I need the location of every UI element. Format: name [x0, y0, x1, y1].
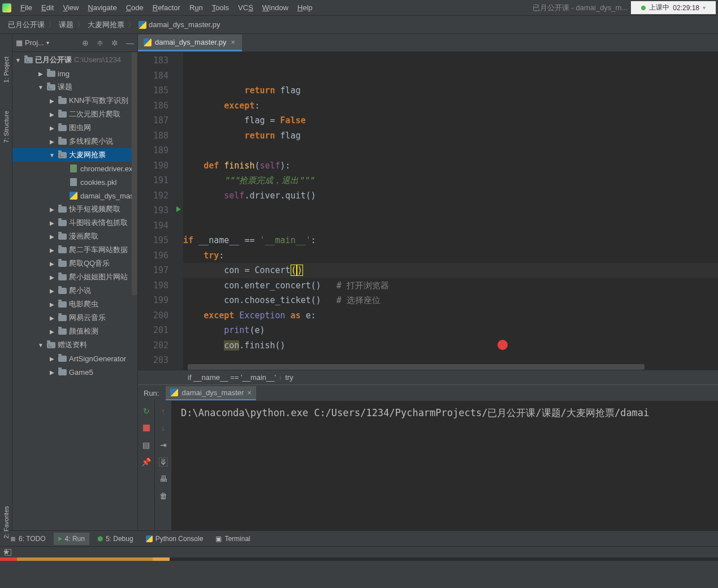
line-number[interactable]: 186: [138, 98, 168, 114]
scroll-icon[interactable]: ⤋: [159, 457, 168, 466]
editor-h-scrollbar[interactable]: [188, 364, 645, 370]
tree-folder[interactable]: ▶多线程爬小说: [12, 135, 137, 148]
code-line[interactable]: [183, 143, 718, 158]
tool-tab-terminal[interactable]: ▣Terminal: [211, 533, 254, 545]
line-number[interactable]: 196: [138, 248, 168, 263]
recording-status-chip[interactable]: 上课中 02:29:18 ▾: [631, 1, 716, 14]
code-line[interactable]: con = Concert(): [183, 263, 718, 278]
tree-folder[interactable]: ▼赠送资料: [12, 338, 137, 352]
line-number[interactable]: 185: [138, 83, 168, 98]
line-number[interactable]: 192: [138, 188, 168, 204]
line-number[interactable]: 199: [138, 293, 168, 308]
editor-tab-active[interactable]: damai_dys_master.py ×: [138, 34, 242, 51]
code-line[interactable]: if __name__ == '__main__':: [183, 233, 718, 248]
tree-arrow-icon[interactable]: ▼: [49, 152, 55, 158]
tree-folder[interactable]: ▼课题: [12, 80, 137, 94]
tree-arrow-icon[interactable]: ▼: [37, 342, 44, 348]
code-line[interactable]: except Exception as e:: [183, 308, 718, 323]
code-editor[interactable]: 1831841851861871881891901911921931941951…: [138, 52, 718, 370]
menu-help[interactable]: Help: [293, 3, 317, 12]
line-number[interactable]: 203: [138, 353, 168, 368]
project-panel-title[interactable]: Proj...: [25, 38, 44, 47]
line-number[interactable]: 191: [138, 173, 168, 188]
tree-folder[interactable]: ▶img: [12, 67, 137, 80]
tree-arrow-icon[interactable]: ▶: [49, 261, 55, 267]
menu-code[interactable]: Code: [122, 3, 148, 12]
print-icon[interactable]: 🖶: [159, 474, 168, 483]
line-number[interactable]: 184: [138, 68, 168, 84]
tree-arrow-icon[interactable]: ▶: [49, 288, 55, 294]
tree-scrollbar[interactable]: [132, 52, 137, 295]
tree-file[interactable]: cookies.pkl: [12, 175, 137, 189]
stop-icon[interactable]: [142, 423, 151, 433]
tree-arrow-icon[interactable]: ▶: [49, 125, 55, 131]
tree-arrow-icon[interactable]: ▶: [49, 301, 55, 308]
line-number[interactable]: 183: [138, 53, 168, 68]
code-line[interactable]: self.driver.quit(): [183, 188, 718, 204]
tree-folder[interactable]: ▶快手短视频爬取: [12, 202, 137, 216]
code-line[interactable]: con.choose_ticket() # 选择座位: [183, 293, 718, 308]
tree-folder[interactable]: ▶爬二手车网站数据: [12, 243, 137, 257]
code-line[interactable]: except:: [183, 98, 718, 114]
code-line[interactable]: def finish(self):: [183, 158, 718, 174]
breadcrumb-item[interactable]: damai_dys_master.py: [136, 20, 222, 29]
tree-folder[interactable]: ▼大麦网抢票: [12, 148, 137, 162]
line-number[interactable]: 200: [138, 308, 168, 323]
tool-tab-project[interactable]: 1: Project: [2, 51, 11, 88]
star-icon[interactable]: ★: [3, 547, 10, 556]
tree-arrow-icon[interactable]: ▶: [49, 369, 55, 375]
code-line[interactable]: con.finish(): [183, 338, 718, 353]
breadcrumb-item[interactable]: 大麦网抢票: [85, 20, 127, 30]
gear-icon[interactable]: ✲: [111, 38, 118, 47]
tree-arrow-icon[interactable]: ▶: [49, 206, 55, 213]
menu-file[interactable]: File: [16, 3, 37, 12]
breadcrumb-item[interactable]: 课题: [57, 20, 76, 30]
console-output[interactable]: D:\Anaconda\python.exe C:/Users/1234/Pyc…: [172, 401, 718, 530]
menu-run[interactable]: Run: [185, 3, 207, 12]
tree-arrow-icon[interactable]: ▶: [49, 220, 55, 226]
line-number[interactable]: 190: [138, 158, 168, 174]
tree-folder[interactable]: ▶爬取QQ音乐: [12, 257, 137, 270]
chevron-down-icon[interactable]: ▾: [46, 40, 49, 46]
run-gutter-icon[interactable]: [176, 206, 181, 212]
minimize-icon[interactable]: —: [126, 38, 134, 47]
tree-arrow-icon[interactable]: ▶: [49, 234, 55, 240]
rerun-icon[interactable]: ↻: [142, 407, 151, 416]
tree-folder[interactable]: ▶ArtSignGenerator: [12, 352, 137, 365]
wrap-icon[interactable]: ⇥: [159, 440, 168, 449]
tree-arrow-icon[interactable]: ▶: [49, 111, 55, 118]
line-number[interactable]: 193: [138, 203, 168, 218]
menu-edit[interactable]: Edit: [37, 3, 58, 12]
tree-folder[interactable]: ▶爬小姐姐图片网站: [12, 270, 137, 284]
chevron-down-icon[interactable]: ▼: [15, 57, 21, 63]
tree-folder[interactable]: ▶漫画爬取: [12, 230, 137, 243]
tree-folder[interactable]: ▶KNN手写数字识别: [12, 94, 137, 107]
code-line[interactable]: """抢票完成，退出""": [183, 173, 718, 188]
code-line[interactable]: return flag: [183, 128, 718, 144]
code-line[interactable]: [183, 203, 718, 218]
tree-folder[interactable]: ▶电影爬虫: [12, 297, 137, 311]
code-line[interactable]: flag = False: [183, 113, 718, 128]
line-number[interactable]: 187: [138, 113, 168, 128]
line-number[interactable]: 188: [138, 128, 168, 144]
video-progress-bar[interactable]: [0, 557, 718, 561]
tree-arrow-icon[interactable]: ▶: [49, 315, 55, 321]
breadcrumb-item[interactable]: 已月公开课: [6, 20, 47, 30]
tree-arrow-icon[interactable]: ▶: [37, 71, 44, 77]
line-number[interactable]: 201: [138, 323, 168, 338]
tool-tab-favorites[interactable]: 2: Favorites: [3, 506, 10, 538]
tree-arrow-icon[interactable]: ▶: [49, 328, 55, 335]
code-content[interactable]: return flag except: flag = False return …: [183, 52, 718, 370]
run-configuration-tab[interactable]: damai_dys_master ×: [166, 386, 256, 400]
line-number[interactable]: 189: [138, 143, 168, 158]
breadcrumb-scope-1[interactable]: try: [285, 373, 293, 382]
code-line[interactable]: [183, 218, 718, 234]
trash-icon[interactable]: 🗑: [159, 491, 168, 500]
code-line[interactable]: con.enter_concert() # 打开浏览器: [183, 278, 718, 293]
up-icon[interactable]: ↑: [159, 407, 168, 416]
menu-vcs[interactable]: VCS: [233, 3, 258, 12]
down-icon[interactable]: ↓: [159, 423, 168, 433]
locate-icon[interactable]: ⊕: [82, 38, 89, 47]
tree-root[interactable]: ▼已月公开课C:\Users\1234: [12, 53, 137, 67]
line-number[interactable]: 194: [138, 218, 168, 234]
